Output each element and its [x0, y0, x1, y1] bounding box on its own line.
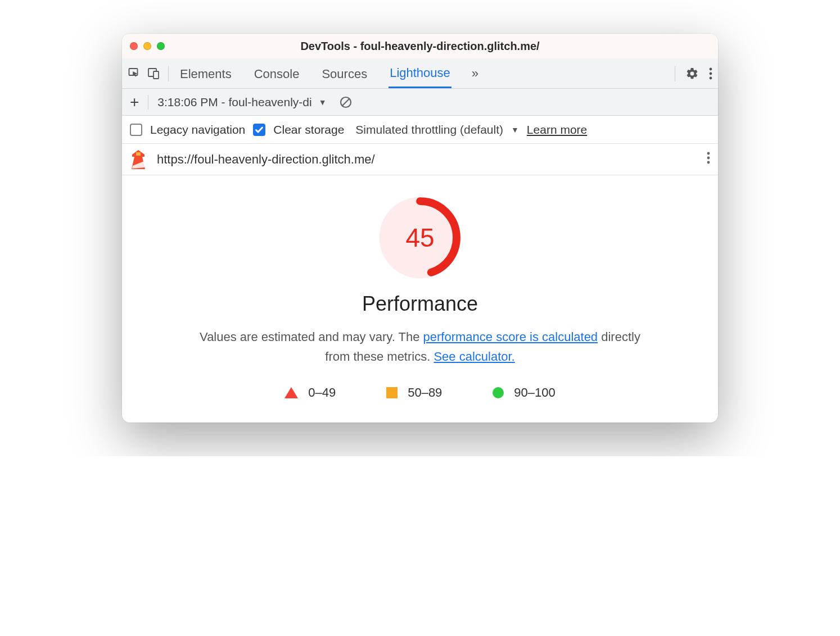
inspect-element-icon[interactable] — [128, 67, 141, 80]
svg-rect-2 — [153, 71, 159, 79]
traffic-lights — [130, 42, 165, 50]
performance-score-link[interactable]: performance score is calculated — [423, 330, 598, 344]
separator — [168, 66, 169, 81]
score-legend: 0–49 50–89 90–100 — [133, 385, 707, 400]
performance-title: Performance — [133, 292, 707, 316]
performance-score: 45 — [378, 196, 462, 280]
throttling-label: Simulated throttling (default) — [355, 123, 503, 137]
report-selector-label: 3:18:06 PM - foul-heavenly-di — [157, 96, 311, 109]
devtools-right-controls — [675, 66, 712, 81]
clear-report-icon[interactable] — [339, 96, 353, 109]
report-selector[interactable]: 3:18:06 PM - foul-heavenly-di ▼ — [157, 96, 326, 109]
legend-item-mid: 50–89 — [386, 385, 442, 400]
report-url-row: https://foul-heavenly-direction.glitch.m… — [122, 144, 718, 175]
devtools-tabs: Elements Console Sources Lighthouse » — [179, 58, 478, 88]
devtools-window: DevTools - foul-heavenly-direction.glitc… — [122, 34, 718, 423]
window-title: DevTools - foul-heavenly-direction.glitc… — [122, 40, 718, 53]
legacy-navigation-label: Legacy navigation — [150, 123, 245, 137]
lighthouse-logo-icon — [130, 150, 147, 169]
separator — [148, 95, 148, 110]
minimize-window-button[interactable] — [143, 42, 151, 50]
throttling-selector[interactable]: Simulated throttling (default) ▼ — [355, 123, 519, 137]
tab-console[interactable]: Console — [253, 60, 301, 88]
performance-description: Values are estimated and may vary. The p… — [187, 327, 653, 366]
svg-line-7 — [342, 99, 349, 106]
svg-point-12 — [707, 152, 710, 155]
svg-point-14 — [707, 161, 710, 163]
performance-section: 45 Performance Values are estimated and … — [122, 175, 718, 423]
legend-mid-label: 50–89 — [408, 385, 442, 400]
see-calculator-link[interactable]: See calculator. — [433, 349, 514, 364]
svg-point-3 — [710, 67, 712, 70]
clear-storage-label: Clear storage — [273, 123, 344, 137]
legacy-navigation-checkbox[interactable] — [130, 124, 142, 136]
square-orange-icon — [386, 387, 398, 398]
devtools-tabs-row: Elements Console Sources Lighthouse » — [122, 58, 718, 89]
svg-point-5 — [710, 76, 712, 79]
lighthouse-toolbar: + 3:18:06 PM - foul-heavenly-di ▼ — [122, 89, 718, 116]
legend-high-label: 90–100 — [514, 385, 555, 400]
legend-item-high: 90–100 — [493, 385, 555, 400]
tab-sources[interactable]: Sources — [320, 60, 368, 88]
more-tabs-icon[interactable]: » — [472, 66, 478, 81]
triangle-red-icon — [284, 387, 298, 398]
separator — [675, 66, 675, 81]
learn-more-link[interactable]: Learn more — [527, 123, 587, 137]
settings-gear-icon[interactable] — [685, 67, 699, 80]
window-titlebar: DevTools - foul-heavenly-direction.glitc… — [122, 34, 718, 58]
report-url: https://foul-heavenly-direction.glitch.m… — [157, 152, 375, 167]
svg-point-13 — [707, 156, 710, 159]
report-menu-icon[interactable] — [707, 151, 710, 168]
svg-point-4 — [710, 72, 712, 75]
legend-item-low: 0–49 — [284, 385, 336, 400]
svg-rect-9 — [136, 152, 141, 156]
tab-lighthouse[interactable]: Lighthouse — [389, 58, 451, 88]
perf-desc-text-1: Values are estimated and may vary. The — [200, 330, 423, 344]
clear-storage-checkbox[interactable] — [253, 124, 265, 136]
more-menu-icon[interactable] — [709, 67, 712, 80]
tab-elements[interactable]: Elements — [179, 60, 233, 88]
devtools-lead-icons — [128, 67, 168, 80]
circle-green-icon — [493, 387, 504, 398]
dropdown-triangle-icon: ▼ — [511, 125, 519, 134]
device-toolbar-icon[interactable] — [147, 67, 160, 80]
legend-low-label: 0–49 — [308, 385, 336, 400]
lighthouse-options: Legacy navigation Clear storage Simulate… — [122, 116, 718, 144]
performance-gauge: 45 — [133, 196, 707, 280]
zoom-window-button[interactable] — [157, 42, 165, 50]
close-window-button[interactable] — [130, 42, 138, 50]
dropdown-triangle-icon: ▼ — [319, 98, 327, 107]
